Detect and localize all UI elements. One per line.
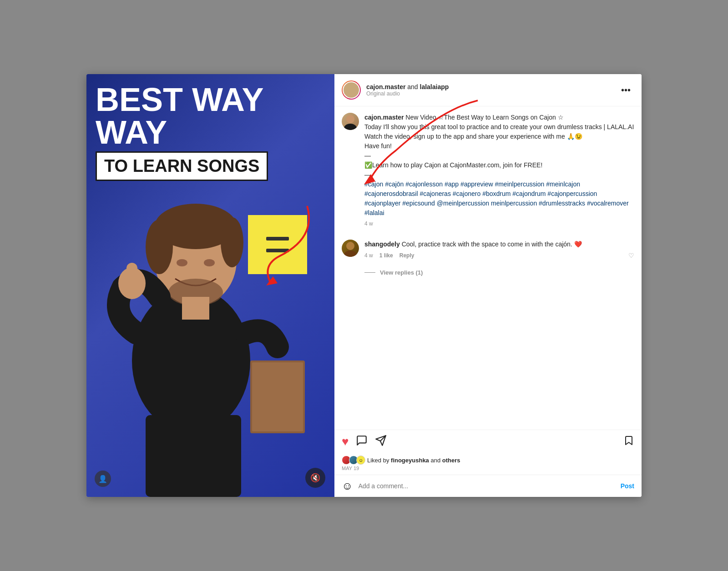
liked-by-label: Liked by [367,457,389,464]
commenter-body: Cool, practice track with the space to c… [402,240,582,248]
video-panel[interactable]: BEST WAY WAY TO LEARN SONGS [86,74,334,497]
account-name[interactable]: cajon.master [366,83,405,90]
action-bar: ♥ [334,430,642,454]
person-illustration [86,142,334,497]
likes-avatar-3: ☺ [356,456,365,465]
likes-others: others [442,457,460,464]
avatar[interactable] [342,80,361,100]
caption-meta: 4 w [364,220,634,227]
profile-icon[interactable]: 👤 [95,471,111,487]
svg-rect-11 [146,415,241,497]
like-button[interactable]: ♥ [342,435,349,449]
caption-username[interactable]: cajon.master [364,114,404,121]
commenter-text: shangodely Cool, practice track with the… [364,240,634,249]
action-icons: ♥ [342,435,623,449]
svg-point-3 [146,220,173,274]
commenter-likes: 1 like [379,252,393,259]
view-replies-button[interactable]: View replies (1) [334,265,642,280]
comment-heart-icon[interactable]: ♡ [628,252,634,259]
svg-point-5 [177,259,187,266]
post-comment-button[interactable]: Post [621,482,634,490]
comment-input-row: ☺ Post [334,475,642,497]
user-comment: shangodely Cool, practice track with the… [334,233,642,265]
caption-body: New Video ☆The Best Way to Learn Songs o… [364,114,634,216]
svg-point-16 [346,115,354,123]
post-panel: cajon.master and lalalaiapp Original aud… [334,74,642,497]
svg-rect-13 [252,362,303,431]
caption-text: cajon.master New Video ☆The Best Way to … [364,113,634,218]
bookmark-button[interactable] [623,435,634,449]
post-date: MAY 19 [334,466,642,475]
and-label: and [407,83,420,90]
mute-button[interactable]: 🔇 [305,468,325,488]
audio-label: Original audio [366,90,617,97]
commenter-content: shangodely Cool, practice track with the… [364,240,634,259]
account-names: cajon.master and lalalaiapp [366,83,617,90]
commenter-time: 4 w [364,252,373,259]
collaborator-name[interactable]: lalalaiapp [420,83,449,90]
emoji-button[interactable]: ☺ [342,480,353,492]
commenter-avatar[interactable] [342,240,359,257]
svg-point-17 [344,124,357,130]
svg-point-19 [344,250,357,257]
title-line1: BEST WAY [96,83,325,116]
annotation-arrow [234,201,325,292]
divider-line [364,272,375,273]
header-info: cajon.master and lalalaiapp Original aud… [366,83,617,97]
caption-comment: cajon.master New Video ☆The Best Way to … [334,106,642,233]
share-button[interactable] [375,435,387,449]
likes-row: ☺ Liked by finogeyushka and others [334,454,642,466]
likes-username[interactable]: finogeyushka [391,457,429,464]
view-replies-text: View replies (1) [380,269,423,276]
svg-rect-8 [182,297,209,320]
more-button[interactable]: ••• [617,83,634,97]
caption-content: cajon.master New Video ☆The Best Way to … [364,113,634,227]
svg-point-6 [204,259,215,266]
likes-text: Liked by finogeyushka and others [367,457,460,464]
mute-icon: 🔇 [310,473,320,483]
comment-input[interactable] [359,482,621,490]
comments-section: cajon.master New Video ☆The Best Way to … [334,106,642,430]
caption-avatar[interactable] [342,113,359,130]
commenter-meta: 4 w 1 like Reply ♡ [364,252,634,259]
comment-button[interactable] [356,435,368,449]
reply-button[interactable]: Reply [399,252,415,259]
caption-time: 4 w [364,220,373,227]
post-header: cajon.master and lalalaiapp Original aud… [334,74,642,106]
likes-avatars: ☺ [342,456,364,465]
svg-rect-10 [126,263,137,286]
likes-and: and [430,457,440,464]
commenter-username[interactable]: shangodely [364,240,400,248]
svg-point-18 [346,242,354,250]
